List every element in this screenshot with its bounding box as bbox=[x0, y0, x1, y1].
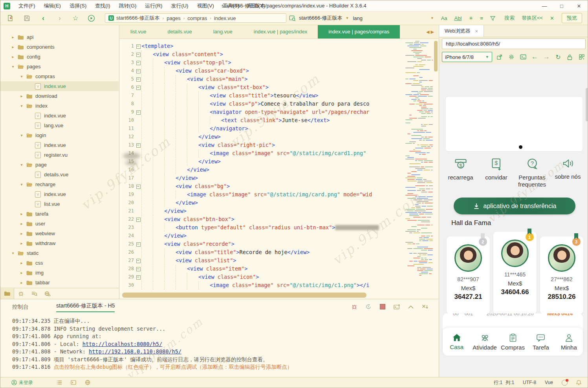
code-line-25[interactable]: 25<view class="recorde"> bbox=[120, 240, 404, 248]
tree-folder-login[interactable]: ▾login bbox=[0, 130, 119, 140]
code-line-22[interactable]: 22<view class="btn-box"> bbox=[120, 215, 404, 223]
code-area[interactable]: 1<template>2<view class="content">3<view… bbox=[120, 39, 404, 299]
debug-bug-icon[interactable] bbox=[351, 303, 358, 310]
line-number[interactable]: 13 bbox=[120, 141, 136, 149]
tree-file-lang.vue[interactable]: Vlang.vue bbox=[0, 121, 119, 130]
close-find-icon[interactable]: ✕ bbox=[550, 15, 554, 21]
line-number[interactable]: 7 bbox=[120, 92, 136, 100]
menu-视图[interactable]: 视图(V) bbox=[192, 0, 218, 11]
menu-查找[interactable]: 查找(I) bbox=[91, 0, 114, 11]
minimap[interactable] bbox=[405, 41, 433, 293]
fold-marker-icon[interactable] bbox=[136, 59, 141, 67]
run-icon[interactable] bbox=[86, 13, 96, 23]
search-in-project-icon[interactable] bbox=[289, 15, 296, 22]
line-number[interactable]: 23 bbox=[120, 223, 136, 232]
chevron-down-icon[interactable]: ▾ bbox=[19, 104, 24, 108]
code-line-26[interactable]: 26<view class="title">Recorde de hoje</v… bbox=[120, 248, 404, 256]
app-tab-atividade[interactable]: Atividade bbox=[471, 328, 498, 356]
code-line-3[interactable]: 3<view class="top-pl"> bbox=[120, 59, 404, 67]
tree-folder-page[interactable]: ▾page bbox=[0, 160, 119, 170]
fold-marker-icon[interactable] bbox=[136, 265, 141, 273]
whole-word-icon[interactable]: Abl bbox=[454, 15, 462, 21]
line-number[interactable]: 22 bbox=[120, 215, 136, 223]
menu-发行[interactable]: 发行(U) bbox=[167, 0, 192, 11]
line-number[interactable]: 19 bbox=[120, 190, 136, 199]
chevron-right-icon[interactable]: ▸ bbox=[19, 261, 24, 265]
devtools-console-icon[interactable] bbox=[519, 53, 527, 61]
tree-folder-webview[interactable]: ▸webview bbox=[0, 229, 119, 238]
chevron-right-icon[interactable]: ▸ bbox=[19, 231, 24, 236]
code-line-8[interactable]: 8<view class="p">Comece a trabalhar duro… bbox=[120, 100, 404, 108]
code-line-24[interactable]: 24</view> bbox=[120, 232, 404, 240]
line-number[interactable]: 25 bbox=[120, 240, 136, 248]
close-button[interactable]: ✕ bbox=[570, 0, 588, 11]
code-line-12[interactable]: 12</view> bbox=[120, 133, 404, 141]
code-line-2[interactable]: 2<view class="content"> bbox=[120, 50, 404, 59]
menu-运行[interactable]: 运行(R) bbox=[141, 0, 167, 11]
multiline-icon[interactable]: ≡ bbox=[480, 15, 483, 21]
find-expand-caret-icon[interactable]: ▼ bbox=[430, 16, 434, 20]
clear-console-icon[interactable] bbox=[421, 303, 429, 310]
plugins-tab-icon[interactable] bbox=[41, 289, 54, 299]
chevron-right-icon[interactable]: ▸ bbox=[19, 221, 24, 226]
code-line-29[interactable]: 29<view class="icon"> bbox=[120, 273, 404, 281]
editor-tab[interactable]: details.vue bbox=[157, 25, 202, 38]
line-number[interactable]: 12 bbox=[120, 133, 136, 141]
line-number[interactable]: 26 bbox=[120, 248, 136, 256]
outline-icon[interactable] bbox=[57, 380, 62, 385]
debug-tab-icon[interactable] bbox=[14, 289, 27, 299]
tree-folder-css[interactable]: ▸css bbox=[0, 258, 119, 268]
line-number[interactable]: 6 bbox=[120, 83, 136, 92]
fold-marker-icon[interactable] bbox=[136, 108, 141, 116]
app-tab-tarefa[interactable]: Tarefa bbox=[527, 328, 555, 356]
tree-file-index.vue[interactable]: Vindex.vue bbox=[0, 189, 119, 199]
code-line-13[interactable]: 13<view class="right-pic"> bbox=[120, 141, 404, 149]
breadcrumb-item[interactable]: start6666-修正版本 bbox=[116, 15, 160, 22]
reload-icon[interactable]: ↻ bbox=[554, 53, 562, 61]
chevron-right-icon[interactable]: ▸ bbox=[19, 271, 24, 275]
app-tab-compras[interactable]: Compras bbox=[499, 328, 527, 356]
tree-folder-pages[interactable]: ▾pages bbox=[0, 62, 119, 71]
breadcrumb-item[interactable]: index.vue bbox=[214, 15, 236, 21]
tree-folder-withdraw[interactable]: ▸withdraw bbox=[0, 238, 119, 248]
line-number[interactable]: 10 bbox=[120, 116, 136, 124]
code-line-9[interactable]: 9<navigator open-type="navigate" url="/p… bbox=[120, 108, 404, 116]
code-line-10[interactable]: 10<text class="link">Junte-se</text> bbox=[120, 116, 404, 124]
breadcrumb[interactable]: U start6666-修正版本›pages›compras›index.vue bbox=[105, 13, 286, 23]
tree-folder-static[interactable]: ▾static bbox=[0, 248, 119, 258]
preview-button[interactable]: 预览 bbox=[562, 13, 582, 23]
nav-back-icon[interactable]: ← bbox=[531, 53, 539, 61]
settings-gear-icon[interactable] bbox=[507, 53, 515, 61]
code-line-16[interactable]: 16</view> bbox=[120, 166, 404, 174]
chevron-down-icon[interactable]: ▾ bbox=[19, 182, 24, 187]
filter-icon[interactable] bbox=[490, 16, 495, 21]
code-line-30[interactable]: 30<image class="image" src="@/static/img… bbox=[120, 281, 404, 289]
code-line-1[interactable]: 1<template> bbox=[120, 42, 404, 50]
new-terminal-icon[interactable] bbox=[393, 303, 400, 310]
code-line-17[interactable]: 17</view> bbox=[120, 174, 404, 182]
open-external-icon[interactable] bbox=[496, 53, 504, 61]
chevron-right-icon[interactable]: ▸ bbox=[11, 55, 15, 59]
find-input[interactable]: lang bbox=[353, 15, 363, 21]
breadcrumb-item[interactable]: pages bbox=[167, 15, 180, 21]
tree-folder-tabbar[interactable]: ▸tabbar bbox=[0, 278, 119, 287]
code-line-20[interactable]: 20</view> bbox=[120, 199, 404, 207]
fold-marker-icon[interactable] bbox=[136, 215, 141, 223]
tree-file-index.vue[interactable]: Vindex.vue bbox=[0, 111, 119, 121]
ranking-card-rank-1[interactable]: 111***465Mex$34604.66 bbox=[493, 232, 537, 314]
chevron-right-icon[interactable]: ▸ bbox=[19, 212, 24, 216]
code-line-18[interactable]: 18<view class="bg"> bbox=[120, 182, 404, 190]
fold-marker-icon[interactable] bbox=[136, 182, 141, 190]
chevron-down-icon[interactable]: ▾ bbox=[19, 163, 24, 167]
lock-icon[interactable] bbox=[566, 53, 574, 61]
editor-horizontal-scrollbar-thumb[interactable] bbox=[122, 293, 366, 298]
encoding-indicator[interactable]: UTF-8 bbox=[523, 380, 536, 385]
fold-marker-icon[interactable] bbox=[136, 141, 141, 149]
tree-file-index.vue[interactable]: Vindex.vue bbox=[0, 81, 119, 91]
editor-tab[interactable]: index.vue | pages/index bbox=[243, 25, 318, 38]
quick-action-Perguntas[interactable]: ?Perguntas frequentes bbox=[514, 157, 550, 188]
collapse-panel-icon[interactable] bbox=[407, 303, 414, 310]
back-icon[interactable]: ‹ bbox=[38, 13, 48, 23]
menu-跳转[interactable]: 跳转(G) bbox=[115, 0, 141, 11]
breadcrumb-item[interactable]: compras bbox=[187, 15, 207, 21]
